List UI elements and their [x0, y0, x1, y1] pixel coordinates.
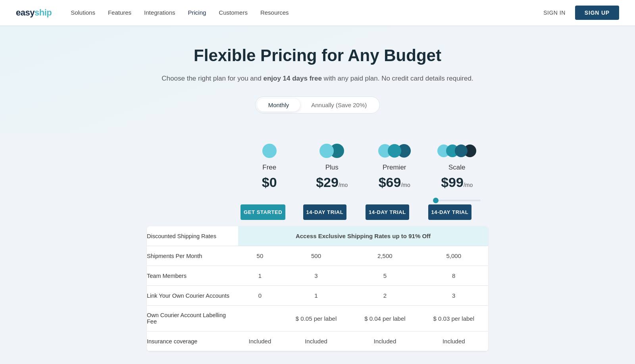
table-row-courier: Link Your Own Courier Accounts 0 1 2 3: [147, 286, 488, 306]
scale-icon: [430, 142, 485, 160]
insurance-free: Included: [238, 331, 282, 351]
table-row-shipping: Discounted Shipping Rates Access Exclusi…: [147, 226, 488, 246]
feature-shipments: Shipments Per Month: [147, 246, 238, 266]
labelling-scale: $ 0.03 per label: [419, 306, 488, 331]
team-premier: 5: [350, 266, 419, 286]
premier-price: $69/mo: [367, 175, 422, 190]
labelling-free: [238, 306, 282, 331]
feature-courier: Link Your Own Courier Accounts: [147, 286, 238, 306]
plan-scale: Scale $99/mo: [426, 134, 489, 196]
plan-free: Free $0: [238, 134, 301, 196]
pricing-table: Discounted Shipping Rates Access Exclusi…: [147, 226, 488, 351]
monthly-toggle[interactable]: Monthly: [257, 98, 300, 112]
shipping-rates-span: Access Exclusive Shipping Rates up to 91…: [238, 226, 488, 246]
annually-toggle[interactable]: Annually (Save 20%): [300, 98, 378, 112]
scale-name: Scale: [430, 164, 485, 171]
premier-icon: [367, 142, 422, 160]
table-row-insurance: Insurance coverage Included Included Inc…: [147, 331, 488, 351]
header-empty: [147, 134, 238, 196]
toggle-pill: Monthly Annually (Save 20%): [255, 96, 380, 114]
slider-plus: [301, 200, 364, 201]
shipments-premier: 2,500: [350, 246, 419, 266]
nav-features[interactable]: Features: [108, 9, 131, 16]
btn-free-wrap: GET STARTED: [238, 204, 301, 220]
labelling-premier: $ 0.04 per label: [350, 306, 419, 331]
nav-integrations[interactable]: Integrations: [144, 9, 175, 16]
nav-resources[interactable]: Resources: [260, 9, 289, 16]
get-started-button[interactable]: GET STARTED: [241, 204, 285, 220]
table-row-labelling: Own Courier Account Labelling Fee $ 0.05…: [147, 306, 488, 331]
feature-insurance: Insurance coverage: [147, 331, 238, 351]
plus-icon: [305, 142, 360, 160]
buttons-empty: [147, 204, 238, 220]
buttons-row: GET STARTED 14-DAY TRIAL 14-DAY TRIAL 14…: [147, 204, 488, 226]
btn-scale-wrap: 14-DAY TRIAL: [426, 204, 489, 220]
slider-row: [147, 196, 488, 204]
feature-labelling: Own Courier Account Labelling Fee: [147, 306, 238, 331]
table-row-team: Team Members 1 3 5 8: [147, 266, 488, 286]
team-free: 1: [238, 266, 282, 286]
labelling-plus: $ 0.05 per label: [282, 306, 350, 331]
shipments-plus: 500: [282, 246, 350, 266]
free-name: Free: [242, 164, 297, 171]
team-plus: 3: [282, 266, 350, 286]
plus-name: Plus: [305, 164, 360, 171]
team-scale: 8: [419, 266, 488, 286]
nav-links: Solutions Features Integrations Pricing …: [71, 9, 543, 16]
trial-premier-button[interactable]: 14-DAY TRIAL: [366, 204, 409, 220]
slider-free: [238, 200, 301, 201]
courier-plus: 1: [282, 286, 350, 306]
slider-track[interactable]: [433, 200, 481, 201]
plan-premier: Premier $69/mo: [363, 134, 426, 196]
nav-actions: SIGN IN SIGN UP: [543, 6, 619, 20]
insurance-premier: Included: [350, 331, 419, 351]
feature-team: Team Members: [147, 266, 238, 286]
nav-solutions[interactable]: Solutions: [71, 9, 95, 16]
comparison-table-section: Discounted Shipping Rates Access Exclusi…: [147, 226, 488, 351]
nav-customers[interactable]: Customers: [219, 9, 248, 16]
slider-premier: [363, 200, 426, 201]
plus-price: $29/mo: [305, 175, 360, 190]
insurance-plus: Included: [282, 331, 350, 351]
trial-scale-button[interactable]: 14-DAY TRIAL: [428, 204, 472, 220]
slider-scale[interactable]: [426, 200, 489, 201]
free-icon: [242, 142, 297, 160]
logo[interactable]: easyship: [16, 8, 52, 18]
shipments-free: 50: [238, 246, 282, 266]
nav-pricing[interactable]: Pricing: [188, 9, 206, 16]
slider-thumb: [433, 198, 439, 203]
free-price: $0: [242, 175, 297, 190]
plan-headers: Free $0 Plus $29/mo Premier: [147, 134, 488, 196]
hero-subtitle: Choose the right plan for you and enjoy …: [8, 73, 627, 84]
trial-plus-button[interactable]: 14-DAY TRIAL: [303, 204, 347, 220]
navbar: easyship Solutions Features Integrations…: [0, 0, 635, 25]
hero-section: Flexible Pricing for Any Budget Choose t…: [0, 25, 635, 134]
courier-premier: 2: [350, 286, 419, 306]
courier-free: 0: [238, 286, 282, 306]
premier-name: Premier: [367, 164, 422, 171]
btn-premier-wrap: 14-DAY TRIAL: [363, 204, 426, 220]
insurance-scale: Included: [419, 331, 488, 351]
scale-price: $99/mo: [430, 175, 485, 190]
plan-plus: Plus $29/mo: [301, 134, 364, 196]
btn-plus-wrap: 14-DAY TRIAL: [301, 204, 364, 220]
pricing-container: Free $0 Plus $29/mo Premier: [139, 134, 496, 364]
signup-button[interactable]: SIGN UP: [575, 6, 619, 20]
signin-button[interactable]: SIGN IN: [543, 10, 566, 16]
shipments-scale: 5,000: [419, 246, 488, 266]
hero-title: Flexible Pricing for Any Budget: [8, 46, 627, 65]
courier-scale: 3: [419, 286, 488, 306]
billing-toggle: Monthly Annually (Save 20%): [8, 96, 627, 114]
table-row-shipments: Shipments Per Month 50 500 2,500 5,000: [147, 246, 488, 266]
feature-shipping: Discounted Shipping Rates: [147, 226, 238, 246]
slider-empty: [147, 200, 238, 201]
